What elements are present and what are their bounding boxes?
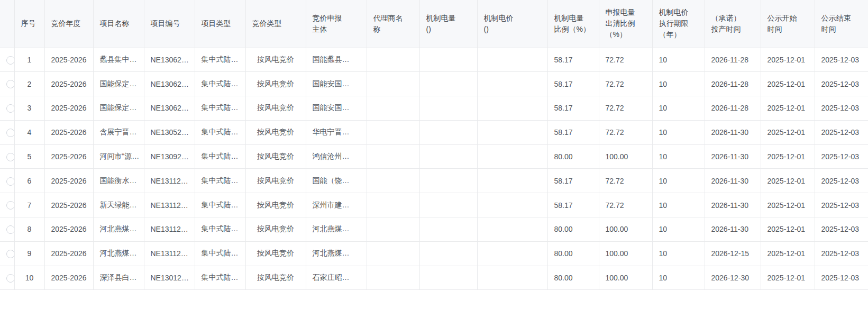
cell-index: 6 (14, 169, 44, 193)
cell-mechanism_qty_ratio: 80.00 (547, 266, 599, 290)
cell-publicity_end: 2025-12-03 (815, 217, 868, 242)
row-select-cell (0, 96, 14, 121)
cell-publicity_end: 2025-12-03 (815, 266, 868, 290)
cell-declared_clear_ratio: 100.00 (599, 241, 652, 266)
cell-project_code: NE13012… (144, 266, 195, 290)
cell-project_code: NE13112… (144, 193, 195, 217)
row-select-cell (0, 72, 14, 96)
table-body: 12025-2026蠡县集中…NE13062…集中式陆…按风电竞价国能蠡县…58… (0, 48, 868, 290)
cell-project_name: 蠡县集中… (93, 48, 144, 72)
cell-bidding_subject: 河北燕煤… (306, 241, 367, 266)
column-header-declared_clear_ratio: 申报电量 出清比例 （%） (599, 0, 652, 48)
column-header-bidding_type: 竞价类型 (245, 0, 306, 48)
cell-mechanism_qty_ratio: 58.17 (547, 169, 599, 193)
cell-declared_clear_ratio: 72.72 (599, 193, 652, 217)
row-select-cell (0, 266, 14, 290)
cell-agent_name (367, 266, 419, 290)
cell-promised_production_date: 2026-11-30 (705, 169, 761, 193)
cell-mechanism_qty (419, 96, 477, 121)
cell-publicity_start: 2025-12-01 (761, 120, 815, 144)
table-row: 62025-2026国能衡水…NE13112…集中式陆…按风电竞价国能（饶…58… (0, 169, 868, 193)
row-radio-button[interactable] (6, 225, 14, 234)
row-select-cell (0, 193, 14, 217)
cell-project_type: 集中式陆… (195, 241, 245, 266)
cell-declared_clear_ratio: 72.72 (599, 169, 652, 193)
select-column-header (0, 0, 14, 48)
cell-bidding_subject: 石家庄昭… (306, 266, 367, 290)
cell-publicity_end: 2025-12-03 (815, 241, 868, 266)
cell-mechanism_qty (419, 266, 477, 290)
row-radio-button[interactable] (6, 250, 14, 258)
cell-promised_production_date: 2026-11-30 (705, 217, 761, 242)
cell-index: 8 (14, 217, 44, 242)
cell-project_code: NE13112… (144, 169, 195, 193)
cell-declared_clear_ratio: 72.72 (599, 72, 652, 96)
cell-index: 9 (14, 241, 44, 266)
cell-mechanism_qty_ratio: 80.00 (547, 144, 599, 169)
cell-project_code: NE13112… (144, 241, 195, 266)
cell-price_term_years: 10 (652, 217, 705, 242)
cell-publicity_start: 2025-12-01 (761, 48, 815, 72)
cell-agent_name (367, 96, 419, 121)
cell-bidding_subject: 国能蠡县… (306, 48, 367, 72)
cell-bidding_year: 2025-2026 (44, 266, 93, 290)
cell-agent_name (367, 144, 419, 169)
row-radio-button[interactable] (6, 177, 14, 186)
row-radio-button[interactable] (6, 80, 14, 88)
cell-declared_clear_ratio: 100.00 (599, 217, 652, 242)
cell-price_term_years: 10 (652, 120, 705, 144)
cell-declared_clear_ratio: 72.72 (599, 120, 652, 144)
cell-project_type: 集中式陆… (195, 144, 245, 169)
cell-promised_production_date: 2026-11-28 (705, 96, 761, 121)
cell-mechanism_qty (419, 72, 477, 96)
cell-publicity_end: 2025-12-03 (815, 169, 868, 193)
row-radio-button[interactable] (6, 153, 14, 161)
row-radio-button[interactable] (6, 104, 14, 113)
auction-projects-table: 序号竞价年度项目名称项目编号项目类型竞价类型竞价申报 主体代理商名 称机制电量 … (0, 0, 868, 290)
table-row: 22025-2026国能保定…NE13062…集中式陆…按风电竞价国能安国…58… (0, 72, 868, 96)
cell-publicity_start: 2025-12-01 (761, 169, 815, 193)
cell-declared_clear_ratio: 100.00 (599, 144, 652, 169)
cell-mechanism_qty (419, 193, 477, 217)
cell-bidding_year: 2025-2026 (44, 241, 93, 266)
cell-bidding_year: 2025-2026 (44, 144, 93, 169)
cell-agent_name (367, 217, 419, 242)
row-radio-button[interactable] (6, 201, 14, 210)
cell-mechanism_price (477, 266, 547, 290)
cell-price_term_years: 10 (652, 72, 705, 96)
cell-project_name: 国能保定… (93, 72, 144, 96)
cell-bidding_type: 按风电竞价 (245, 144, 306, 169)
cell-publicity_start: 2025-12-01 (761, 217, 815, 242)
cell-declared_clear_ratio: 100.00 (599, 266, 652, 290)
cell-promised_production_date: 2026-11-30 (705, 144, 761, 169)
cell-project_type: 集中式陆… (195, 266, 245, 290)
cell-project_name: 河北燕煤… (93, 241, 144, 266)
row-radio-button[interactable] (6, 56, 14, 65)
cell-mechanism_price (477, 193, 547, 217)
auction-results-page: 序号竞价年度项目名称项目编号项目类型竞价类型竞价申报 主体代理商名 称机制电量 … (0, 0, 868, 309)
column-header-project_code: 项目编号 (144, 0, 195, 48)
cell-declared_clear_ratio: 72.72 (599, 96, 652, 121)
cell-mechanism_qty_ratio: 58.17 (547, 120, 599, 144)
cell-mechanism_qty (419, 144, 477, 169)
cell-project_code: NE13112… (144, 217, 195, 242)
table-row: 72025-2026新天绿能…NE13112…集中式陆…按风电竞价深州市建…58… (0, 193, 868, 217)
column-header-publicity_end: 公示结束 时间 (815, 0, 868, 48)
cell-bidding_subject: 深州市建… (306, 193, 367, 217)
cell-bidding_type: 按风电竞价 (245, 48, 306, 72)
cell-bidding_year: 2025-2026 (44, 48, 93, 72)
cell-bidding_year: 2025-2026 (44, 193, 93, 217)
cell-publicity_end: 2025-12-03 (815, 48, 868, 72)
row-radio-button[interactable] (6, 274, 14, 283)
cell-price_term_years: 10 (652, 266, 705, 290)
cell-mechanism_price (477, 144, 547, 169)
row-radio-button[interactable] (6, 129, 14, 137)
cell-mechanism_qty (419, 120, 477, 144)
cell-index: 5 (14, 144, 44, 169)
cell-promised_production_date: 2026-11-28 (705, 48, 761, 72)
cell-project_type: 集中式陆… (195, 48, 245, 72)
cell-project_name: 深泽县白… (93, 266, 144, 290)
cell-publicity_start: 2025-12-01 (761, 72, 815, 96)
cell-bidding_subject: 河北燕煤… (306, 217, 367, 242)
cell-bidding_subject: 华电宁晋… (306, 120, 367, 144)
